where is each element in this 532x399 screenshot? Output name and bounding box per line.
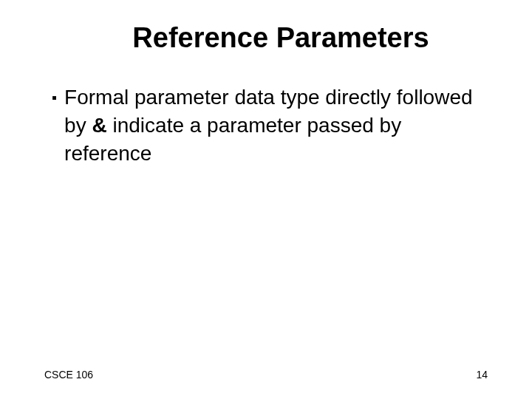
bullet-item: ▪ Formal parameter data type directly fo… [52, 83, 488, 167]
footer-page-number: 14 [476, 369, 488, 381]
bullet-marker-icon: ▪ [52, 83, 57, 112]
bullet-list: ▪ Formal parameter data type directly fo… [44, 83, 488, 167]
footer-left: CSCE 106 [44, 369, 93, 381]
bullet-bold: & [92, 114, 106, 137]
slide-title: Reference Parameters [44, 22, 488, 54]
bullet-text: Formal parameter data type directly foll… [64, 83, 488, 167]
slide: Reference Parameters ▪ Formal parameter … [0, 0, 532, 399]
footer: CSCE 106 14 [44, 369, 488, 381]
bullet-suffix: indicate a parameter passed by reference [64, 114, 401, 165]
